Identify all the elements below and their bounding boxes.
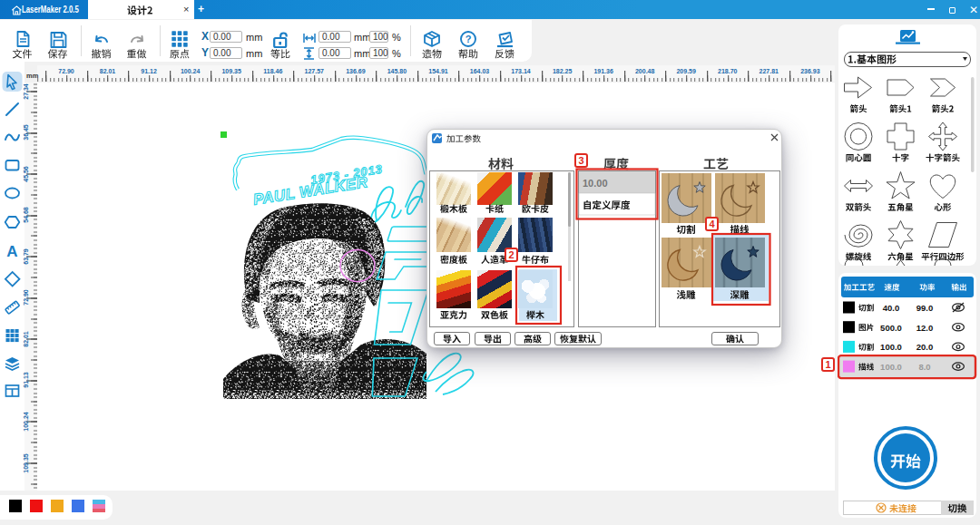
svg-text:12.0: 12.0: [916, 323, 934, 333]
svg-text:99.0: 99.0: [916, 303, 934, 313]
svg-text:40.0: 40.0: [883, 303, 900, 313]
svg-text:8.0: 8.0: [918, 362, 930, 372]
svg-text:500.0: 500.0: [880, 323, 902, 333]
svg-text:100.0: 100.0: [880, 362, 902, 372]
svg-text:10.00: 10.00: [583, 178, 608, 189]
svg-text:20.0: 20.0: [916, 342, 934, 352]
svg-text:100.0: 100.0: [880, 342, 902, 352]
